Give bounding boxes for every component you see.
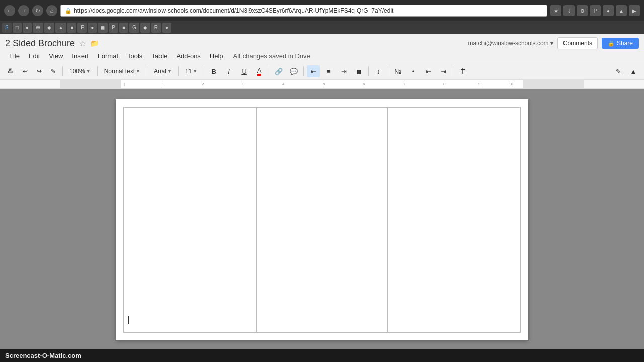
back-button[interactable]: ← [4,5,15,16]
menu-help[interactable]: Help [206,50,227,62]
toolbar: 🖶 ↩ ↪ ✎ 100% ▼ Normal text ▼ Arial ▼ [0,63,644,80]
numbered-list-button[interactable]: № [391,65,405,77]
extension1-icon[interactable]: P [590,5,601,16]
ext-item-9[interactable]: ● [88,23,97,33]
ext-item-8[interactable]: F [77,23,87,33]
menu-format[interactable]: Format [94,50,122,62]
zoom-dropdown-arrow: ▼ [86,69,91,74]
bold-button[interactable]: B [207,65,220,77]
pen-tool-button[interactable]: ✎ [612,65,625,77]
ext-item-7[interactable]: ■ [67,23,76,33]
more-tools-icon: ▲ [630,68,637,75]
document-area[interactable] [0,89,644,349]
font-select[interactable]: Arial ▼ [150,66,175,77]
zoom-select[interactable]: 100% ▼ [66,66,94,77]
extension3-icon[interactable]: ▲ [616,5,627,16]
align-center-icon: ≡ [327,68,331,75]
user-email[interactable]: matchi@winslow-schools.com ▾ [468,40,553,47]
home-button[interactable]: ⌂ [46,5,57,16]
extension4-icon[interactable]: ▶ [629,5,640,16]
share-button[interactable]: 🔒 Share [602,38,639,49]
menu-insert[interactable]: Insert [68,50,93,62]
insert-comment-button[interactable]: 💬 [287,65,300,77]
redo-icon: ↪ [37,68,42,75]
table-cell-2[interactable] [256,107,388,332]
ruler-content[interactable]: | 1 2 3 4 5 6 7 8 9 10 [121,80,523,88]
comments-button[interactable]: Comments [557,37,598,49]
bookmark-star-icon[interactable]: ★ [550,5,561,16]
menu-add-ons[interactable]: Add-ons [172,50,204,62]
ext-item-10[interactable]: ◼ [98,23,108,33]
undo-button[interactable]: ↩ [19,66,31,77]
menu-table[interactable]: Table [147,50,171,62]
more-tools-button[interactable]: ▲ [627,65,640,77]
align-left-button[interactable]: ⇤ [307,65,320,77]
decrease-indent-icon: ⇤ [426,68,431,75]
style-select[interactable]: Normal text ▼ [101,66,144,77]
ext-item-2[interactable]: □ [13,23,22,33]
ext-item-5[interactable]: ◆ [44,23,54,33]
paint-format-button[interactable]: ✎ [47,66,59,77]
bullet-list-button[interactable]: • [407,65,420,77]
refresh-button[interactable]: ↻ [32,5,43,16]
extension2-icon[interactable]: ● [603,5,614,16]
increase-indent-button[interactable]: ⇥ [437,65,450,77]
settings-icon[interactable]: ⚙ [577,5,588,16]
doc-title-area: 2 Sided Brochure ☆ 📁 [5,38,99,49]
ext-item-13[interactable]: G [129,23,139,33]
separator-3 [147,66,147,76]
link-icon: 🔗 [275,68,283,75]
ext-item-12[interactable]: ■ [119,23,128,33]
ruler-mark-8: 8 [443,82,445,86]
line-spacing-button[interactable]: ↕ [372,65,385,77]
numbered-list-icon: № [394,68,401,75]
folder-icon[interactable]: 📁 [90,39,99,47]
document-page[interactable] [116,99,528,340]
clear-format-button[interactable]: Ṫ [456,65,469,77]
menu-file[interactable]: File [5,50,24,62]
clear-format-icon: Ṫ [461,68,465,75]
table-cell-1[interactable] [124,107,256,332]
italic-button[interactable]: I [222,65,235,77]
ext-item-14[interactable]: ◆ [140,23,150,33]
ext-item-1[interactable]: S [2,23,12,33]
separator-6 [269,66,269,76]
google-docs-app: 2 Sided Brochure ☆ 📁 matchi@winslow-scho… [0,34,644,349]
address-bar[interactable]: 🔒 https://docs.google.com/a/winslow-scho… [60,5,547,17]
ext-item-6[interactable]: ▲ [55,23,66,33]
insert-link-button[interactable]: 🔗 [272,65,285,77]
decrease-indent-button[interactable]: ⇤ [422,65,435,77]
forward-button[interactable]: → [18,5,29,16]
align-right-button[interactable]: ⇥ [337,65,350,77]
separator-1 [62,66,63,76]
text-color-button[interactable]: A [253,65,266,77]
underline-button[interactable]: U [237,65,251,77]
doc-title: 2 Sided Brochure [5,38,75,49]
align-center-button[interactable]: ≡ [322,65,335,77]
ext-item-15[interactable]: R [151,23,161,33]
ext-item-3[interactable]: ● [23,23,32,33]
font-size-select[interactable]: 11 ▼ [182,66,201,77]
print-icon: 🖶 [8,68,14,75]
ruler-mark-3: 3 [242,82,244,86]
separator-7 [303,66,304,76]
print-button[interactable]: 🖶 [4,66,17,77]
ext-item-4[interactable]: W [33,23,43,33]
align-justify-button[interactable]: ≣ [352,65,365,77]
title-right-area: matchi@winslow-schools.com ▾ Comments 🔒 … [468,37,639,49]
table-cell-3[interactable] [388,107,520,332]
ext-item-16[interactable]: ● [162,23,171,33]
comment-icon: 💬 [290,68,298,75]
ext-item-11[interactable]: P [109,23,118,33]
redo-button[interactable]: ↪ [33,66,45,77]
menu-tools[interactable]: Tools [123,50,146,62]
browser-nav-icons: ★ ⇓ ⚙ P ● ▲ ▶ [550,5,640,16]
star-icon[interactable]: ☆ [79,39,86,48]
menu-edit[interactable]: Edit [25,50,44,62]
menu-view[interactable]: View [45,50,67,62]
italic-icon: I [228,68,230,75]
share-lock-icon: 🔒 [608,40,615,47]
downloads-icon[interactable]: ⇓ [564,5,575,16]
document-table[interactable] [123,107,521,333]
ruler-mark-5: 5 [323,82,325,86]
